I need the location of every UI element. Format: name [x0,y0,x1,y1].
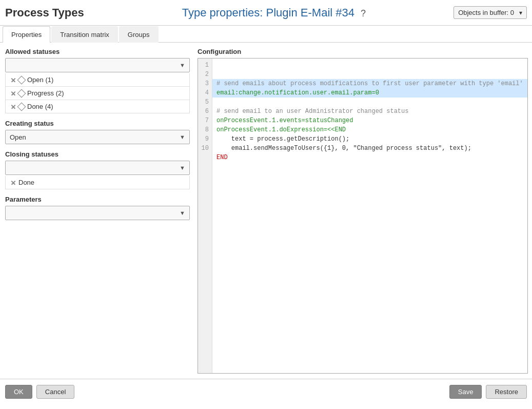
left-panel: Allowed statuses ▼ Open (1) Progress (2)… [5,48,190,374]
tab-groups[interactable]: Groups [119,26,159,43]
remove-closing-done-icon[interactable] [10,179,17,186]
main-content: Allowed statuses ▼ Open (1) Progress (2)… [0,43,532,379]
code-content: # send emails about process modification… [212,59,527,373]
open-diamond-icon [17,75,26,84]
progress-diamond-icon [17,89,26,98]
status-progress-label: Progress (2) [27,89,64,97]
type-properties-title: Type properties: Plugin E-Mail #34 [182,6,354,19]
footer-right-buttons: Save Restore [449,385,527,399]
remove-done-icon[interactable] [10,103,17,110]
config-label: Configuration [198,48,528,55]
status-item-progress: Progress (2) [5,87,190,100]
page-title-center: Type properties: Plugin E-Mail #34 ? [94,6,454,20]
save-button[interactable]: Save [449,385,482,399]
right-panel: Configuration 1 2 3 4 5 6 7 8 9 10 # sen… [198,48,528,374]
header: Process Types Type properties: Plugin E-… [0,0,532,26]
closing-statuses-arrow: ▼ [180,165,185,171]
closing-statuses-dropdown[interactable]: ▼ [5,161,190,175]
status-done-label: Done (4) [27,103,53,110]
status-item-open: Open (1) [5,73,190,87]
creating-status-label: Creating status [5,120,190,127]
tab-properties[interactable]: Properties [3,26,50,43]
parameters-dropdown[interactable]: ▼ [5,206,190,220]
status-item-done: Done (4) [5,100,190,113]
code-editor[interactable]: 1 2 3 4 5 6 7 8 9 10 # send emails about… [198,58,528,374]
allowed-statuses-arrow: ▼ [180,62,185,68]
cancel-button[interactable]: Cancel [36,385,74,399]
footer: OK Cancel Save Restore [0,379,532,404]
allowed-statuses-label: Allowed statuses [5,48,190,55]
status-open-label: Open (1) [27,76,53,84]
tabs-bar: Properties Transition matrix Groups [0,26,532,43]
closing-status-done: Done [5,176,190,189]
creating-status-arrow: ▼ [180,134,185,140]
creating-status-dropdown[interactable]: Open ▼ [5,130,190,144]
remove-progress-icon[interactable] [10,90,17,97]
allowed-statuses-dropdown[interactable]: ▼ [5,58,190,72]
parameters-arrow: ▼ [180,210,185,216]
footer-left-buttons: OK Cancel [5,385,74,399]
line-numbers: 1 2 3 4 5 6 7 8 9 10 [198,59,212,373]
creating-status-value: Open [10,133,26,141]
done-diamond-icon [17,102,26,111]
parameters-label: Parameters [5,196,190,203]
closing-done-label: Done [18,179,34,186]
tab-transition-matrix[interactable]: Transition matrix [51,26,118,43]
buffer-dropdown-arrow: ▾ [519,9,522,16]
objects-buffer-label: Objects in buffer: 0 [458,9,514,16]
remove-open-icon[interactable] [10,76,17,84]
objects-buffer-button[interactable]: Objects in buffer: 0 ▾ [454,6,527,19]
help-icon[interactable]: ? [361,8,366,19]
page-title-left: Process Types [5,6,84,20]
restore-button[interactable]: Restore [486,385,527,399]
closing-statuses-label: Closing statuses [5,150,190,158]
ok-button[interactable]: OK [5,385,32,399]
